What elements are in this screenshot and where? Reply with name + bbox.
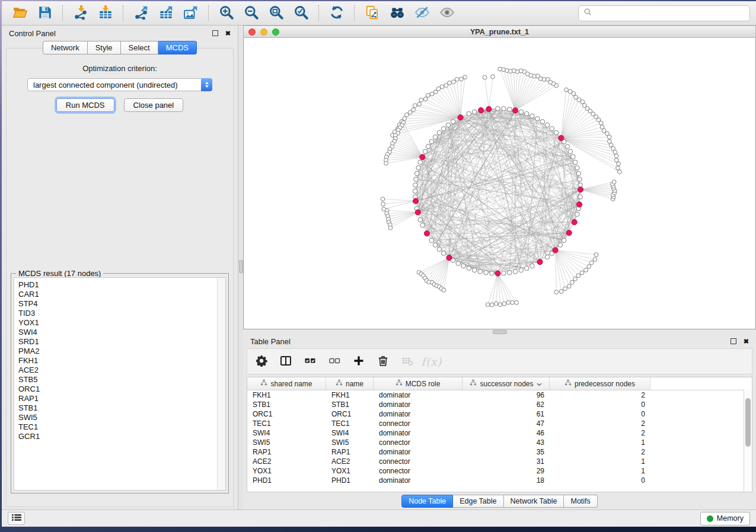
- table-row[interactable]: FKH1FKH1dominator962: [247, 390, 752, 400]
- tab-select[interactable]: Select: [121, 41, 158, 55]
- hide-selection-button[interactable]: [410, 3, 434, 23]
- mcds-result-item[interactable]: YOX1: [18, 318, 217, 328]
- mcds-result-list[interactable]: PHD1CAR1STP4TID3YOX1SWI4SRD1PMA2FKH1ACE2…: [14, 278, 217, 490]
- zoom-in-button[interactable]: [215, 3, 238, 23]
- show-hide-columns-button[interactable]: [279, 354, 293, 368]
- vertical-splitter-handle[interactable]: [239, 260, 243, 273]
- tab-network-table[interactable]: Network Table: [504, 495, 564, 508]
- select-all-rows-button[interactable]: [303, 354, 317, 368]
- tab-node-table[interactable]: Node Table: [401, 495, 453, 508]
- function-builder-button[interactable]: f(x): [425, 354, 439, 368]
- zoom-out-button[interactable]: [240, 3, 263, 23]
- show-all-button[interactable]: [435, 3, 459, 23]
- float-table-panel-icon[interactable]: [731, 338, 736, 344]
- search-input[interactable]: [595, 8, 745, 18]
- cell-shared-name: TEC1: [247, 419, 326, 428]
- mcds-result-item[interactable]: CAR1: [18, 290, 217, 299]
- mcds-result-item[interactable]: ORC1: [18, 384, 217, 394]
- mcds-result-item[interactable]: TEC1: [18, 422, 217, 432]
- close-table-panel-icon[interactable]: ✖: [744, 338, 749, 345]
- create-column-button[interactable]: [352, 354, 366, 368]
- table-row[interactable]: RAP1RAP1dominator352: [247, 447, 752, 457]
- new-network-from-selection-button[interactable]: [361, 3, 384, 23]
- cell-name: YOX1: [326, 467, 374, 475]
- mcds-result-item[interactable]: SWI4: [18, 328, 217, 337]
- open-file-button[interactable]: [8, 3, 32, 23]
- column-header-label: predecessor nodes: [575, 380, 635, 388]
- table-options-button[interactable]: [254, 354, 269, 368]
- show-all-icon: [439, 5, 455, 22]
- tab-style[interactable]: Style: [88, 41, 121, 55]
- mcds-result-item[interactable]: STB1: [18, 403, 217, 413]
- delete-columns-button[interactable]: [376, 354, 390, 368]
- mcds-result-item[interactable]: TID3: [18, 309, 217, 318]
- deselect-all-rows-button[interactable]: [327, 354, 342, 368]
- optimization-criterion-label: Optimization criterion:: [7, 64, 233, 73]
- table-row[interactable]: ACE2ACE2connector311: [247, 457, 752, 466]
- run-mcds-button[interactable]: Run MCDS: [56, 98, 114, 112]
- memory-button[interactable]: Memory: [700, 512, 750, 525]
- mcds-result-item[interactable]: SWI5: [18, 413, 217, 422]
- save-session-button[interactable]: [33, 3, 57, 23]
- network-graph[interactable]: [244, 38, 755, 329]
- mcds-result-item[interactable]: STB5: [18, 375, 217, 384]
- first-neighbors-button[interactable]: [385, 3, 409, 23]
- horizontal-splitter-handle[interactable]: [493, 330, 507, 334]
- select-all-rows-icon: [304, 355, 316, 368]
- toolbar-separator: [354, 5, 355, 21]
- vertical-splitter[interactable]: [238, 25, 243, 509]
- tab-motifs[interactable]: Motifs: [564, 495, 597, 508]
- import-network-button[interactable]: [69, 3, 92, 23]
- close-window-icon[interactable]: [248, 28, 256, 36]
- table-scrollbar-thumb[interactable]: [745, 398, 751, 447]
- column-header-mcds-role[interactable]: MCDS role: [374, 377, 462, 390]
- network-window-titlebar[interactable]: YPA_prune.txt_1: [243, 25, 756, 38]
- network-window-title: YPA_prune.txt_1: [244, 28, 755, 36]
- zoom-out-icon: [244, 5, 259, 22]
- table-scrollbar[interactable]: [744, 390, 752, 492]
- mcds-result-item[interactable]: ACE2: [18, 366, 217, 375]
- import-table-button[interactable]: [94, 3, 117, 23]
- tab-network[interactable]: Network: [43, 41, 88, 55]
- mcds-result-item[interactable]: SRD1: [18, 337, 217, 347]
- cell-name: STB1: [326, 400, 374, 409]
- close-panel-button[interactable]: Close panel: [124, 98, 184, 112]
- horizontal-splitter[interactable]: [243, 329, 756, 334]
- table-row[interactable]: YOX1YOX1connector291: [247, 466, 752, 476]
- zoom-fit-button[interactable]: [264, 3, 288, 23]
- mcds-result-item[interactable]: PHD1: [18, 280, 217, 290]
- tab-edge-table[interactable]: Edge Table: [453, 495, 503, 508]
- table-row[interactable]: PHD1PHD1dominator180: [247, 476, 752, 485]
- export-image-button[interactable]: [179, 3, 203, 23]
- export-network-button[interactable]: [129, 3, 153, 23]
- panel-menu-button[interactable]: [8, 512, 25, 525]
- node-table: shared namenameMCDS rolesuccessor nodesp…: [247, 377, 752, 492]
- zoom-selected-button[interactable]: [289, 3, 313, 23]
- delete-table-button[interactable]: [400, 354, 414, 368]
- table-row[interactable]: SWI4SWI4dominator462: [247, 428, 752, 438]
- float-panel-icon[interactable]: [212, 30, 218, 36]
- optimization-criterion-select[interactable]: largest connected component (undirected): [27, 78, 212, 91]
- table-row[interactable]: STB1STB1dominator620: [247, 400, 752, 409]
- column-header-shared-name[interactable]: shared name: [247, 377, 326, 390]
- mcds-result-item[interactable]: FKH1: [18, 356, 217, 366]
- table-row[interactable]: ORC1ORC1dominator610: [247, 409, 752, 419]
- close-panel-icon[interactable]: ✖: [225, 30, 231, 37]
- mcds-result-scrollbar[interactable]: [217, 278, 225, 490]
- column-header-successor-nodes[interactable]: successor nodes: [462, 377, 550, 390]
- column-header-predecessor-nodes[interactable]: predecessor nodes: [550, 377, 650, 390]
- refresh-layout-button[interactable]: [325, 3, 349, 23]
- maximize-window-icon[interactable]: [272, 28, 279, 36]
- search-box[interactable]: [578, 5, 750, 21]
- mcds-result-item[interactable]: RAP1: [18, 394, 217, 403]
- mcds-result-item[interactable]: STP4: [18, 299, 217, 309]
- mcds-result-item[interactable]: GCR1: [18, 432, 217, 441]
- network-canvas[interactable]: [243, 38, 756, 329]
- tab-mcds[interactable]: MCDS: [158, 41, 197, 55]
- export-table-button[interactable]: [154, 3, 178, 23]
- minimize-window-icon[interactable]: [260, 28, 267, 36]
- table-row[interactable]: TEC1TEC1connector472: [247, 419, 752, 428]
- column-header-name[interactable]: name: [326, 377, 374, 390]
- table-row[interactable]: SWI5SWI5connector431: [247, 438, 752, 447]
- mcds-result-item[interactable]: PMA2: [18, 347, 217, 356]
